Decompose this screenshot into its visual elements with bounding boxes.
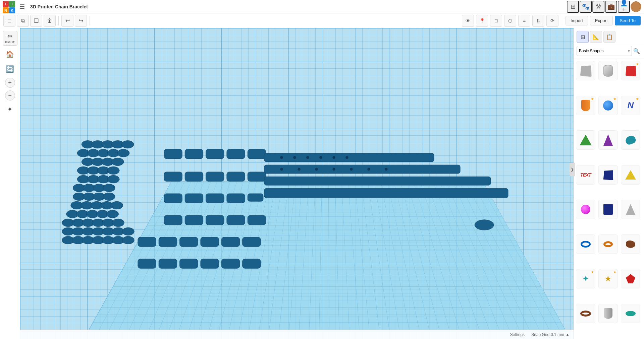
brown-shape-icon xyxy=(626,241,635,248)
paw-icon[interactable]: 🐾 xyxy=(580,1,592,13)
shape-item-cylinder-wire[interactable] xyxy=(598,61,618,80)
topbar: T I N K ☰ 3D Printed Chain Bracelet ⊞ 🐾 … xyxy=(0,0,644,13)
shape-item-torus-blue[interactable] xyxy=(576,234,595,254)
snap-grid-control[interactable]: Snap Grid 0.1 mm ▲ xyxy=(531,332,570,337)
shape-item-cylinder-grey[interactable] xyxy=(598,304,618,323)
toolbar2: □ ⧉ ❑ 🗑 ↩ ↪ 👁 📍 □ ⬡ ≡ ⇅ ⟳ Import Export … xyxy=(0,13,644,28)
canvas-area[interactable]: Settings Snap Grid 0.1 mm ▲ xyxy=(20,28,574,339)
sphere-blue-icon xyxy=(603,100,613,111)
box-red-icon xyxy=(626,66,636,76)
star-icon: ★ xyxy=(613,270,616,274)
teal-shape-icon xyxy=(625,135,637,146)
search-button[interactable]: 🔍 xyxy=(632,46,641,56)
shape-item-star-teal[interactable]: ★ ✦ xyxy=(576,269,595,288)
shape-item-torus-orange[interactable] xyxy=(598,234,618,254)
star-icon: ★ xyxy=(636,62,639,66)
main-area: ⇔ RIGHT 🏠 🔄 + − ✦ xyxy=(0,28,644,339)
orbit-button[interactable]: 🔄 xyxy=(4,63,16,75)
cone-grey-icon xyxy=(626,204,635,215)
duplicate-button[interactable]: ❑ xyxy=(30,15,42,27)
shape-item-box-darkblue2[interactable] xyxy=(598,200,618,219)
star-icon: ★ xyxy=(636,97,639,101)
shape-item-shape-teal[interactable] xyxy=(621,130,640,150)
view-direction-button[interactable]: ⇔ RIGHT xyxy=(3,31,17,46)
align-icon[interactable]: ≡ xyxy=(518,15,530,27)
zoom-out-button[interactable]: − xyxy=(5,90,15,100)
shape-item-pyramid-purple[interactable] xyxy=(598,130,618,150)
ruler-tab-icon: 📐 xyxy=(593,34,599,40)
star-icon: ★ xyxy=(591,270,594,274)
pyramid-green-icon xyxy=(580,135,592,145)
view-solid-icon[interactable]: 👁 xyxy=(462,15,474,27)
tools-icon[interactable]: ⚒ xyxy=(592,1,604,13)
home-view-button[interactable]: 🏠 xyxy=(4,48,16,60)
shapes-tab-icon: ⊞ xyxy=(581,34,585,40)
redo-button[interactable]: ↪ xyxy=(75,15,87,27)
panel-collapse-button[interactable]: ❯ xyxy=(570,163,575,176)
sendto-button[interactable]: Send To xyxy=(615,16,641,25)
undo-button[interactable]: ↩ xyxy=(61,15,73,27)
tinkercad-logo[interactable]: T I N K xyxy=(3,1,14,12)
star-teal-icon: ✦ xyxy=(582,274,589,283)
toolbar-right: 👁 📍 □ ⬡ ≡ ⇅ ⟳ Import Export Send To xyxy=(462,15,641,27)
user-add-icon[interactable]: 👤+ xyxy=(618,1,630,13)
snap-icon[interactable]: 📍 xyxy=(476,15,488,27)
shape-item-sphere-magenta[interactable] xyxy=(576,200,595,219)
shape-item-box-darkblue[interactable] xyxy=(598,165,618,185)
shape-item-gem-red[interactable] xyxy=(621,269,640,288)
menu-icon[interactable]: ☰ xyxy=(17,1,28,12)
snap-grid-arrow: ▲ xyxy=(566,332,570,337)
top-icon-group: ⊞ 🐾 ⚒ 💼 👤+ xyxy=(567,1,641,13)
zoom-in-button[interactable]: + xyxy=(5,78,15,88)
shapes-category-dropdown[interactable]: Basic Shapes xyxy=(577,46,632,56)
shape-item-cylinder-orange[interactable]: ★ xyxy=(576,96,595,115)
shape-item-flat-teal[interactable] xyxy=(621,304,640,323)
torus-blue-icon xyxy=(581,241,591,248)
ruler-tab[interactable]: 📐 xyxy=(590,31,602,43)
shape-item-box-red[interactable]: ★ xyxy=(621,61,640,80)
shape-item-cone-grey[interactable] xyxy=(621,200,640,219)
avatar-icon[interactable] xyxy=(631,1,641,12)
separator3 xyxy=(562,16,562,25)
shape-item-box-grey[interactable] xyxy=(576,61,595,80)
delete-button[interactable]: 🗑 xyxy=(44,15,56,27)
shape-item-sphere-blue[interactable]: ★ xyxy=(598,96,618,115)
briefcase-icon[interactable]: 💼 xyxy=(605,1,617,13)
ring-brown-icon xyxy=(580,311,591,317)
shape-item-letter-n[interactable]: ★ N xyxy=(621,96,640,115)
shape-item-text-red[interactable]: TEXT xyxy=(576,165,595,185)
pyramid-purple-icon xyxy=(603,134,613,146)
left-panel: ⇔ RIGHT 🏠 🔄 + − ✦ xyxy=(0,28,20,339)
logo-t: T xyxy=(3,1,9,7)
torus-orange-icon xyxy=(603,241,613,247)
separator2 xyxy=(90,16,90,25)
snap-grid-value: 0.1 mm xyxy=(551,332,564,337)
shape-item-shape-brown[interactable] xyxy=(621,234,640,254)
cylinder-orange-icon xyxy=(581,100,590,111)
rotate-icon[interactable]: ⟳ xyxy=(546,15,558,27)
right-panel: ⊞ 📐 📋 Basic Shapes ▼ 🔍 xyxy=(574,28,644,339)
grid-view-icon[interactable]: ⊞ xyxy=(567,1,579,13)
sphere-magenta-icon xyxy=(581,205,590,214)
export-button[interactable]: Export xyxy=(590,16,613,25)
status-bar: Settings Snap Grid 0.1 mm ▲ xyxy=(20,330,574,339)
copy-button[interactable]: ⧉ xyxy=(17,15,29,27)
shape-item-ring-brown[interactable] xyxy=(576,304,595,323)
flip-icon[interactable]: ⇅ xyxy=(532,15,544,27)
note-tab[interactable]: 📋 xyxy=(603,31,615,43)
new-button[interactable]: □ xyxy=(3,15,15,27)
import-button[interactable]: Import xyxy=(566,16,588,25)
logo-i: I xyxy=(9,1,15,7)
fit-button[interactable]: ✦ xyxy=(4,103,16,115)
shape-icon[interactable]: □ xyxy=(490,15,502,27)
hex-icon[interactable]: ⬡ xyxy=(504,15,516,27)
workplane xyxy=(87,181,567,332)
shapes-grid: ★ ★ ★ ★ N xyxy=(574,59,644,339)
shape-item-star-gold[interactable]: ★ ★ xyxy=(598,269,618,288)
settings-label[interactable]: Settings xyxy=(510,332,525,337)
shape-item-pyramid-yellow[interactable] xyxy=(621,165,640,185)
star-icon: ★ xyxy=(613,97,616,101)
logo-n: N xyxy=(3,7,9,13)
shape-item-pyramid-green[interactable] xyxy=(576,130,595,150)
shapes-tab[interactable]: ⊞ xyxy=(577,31,589,43)
